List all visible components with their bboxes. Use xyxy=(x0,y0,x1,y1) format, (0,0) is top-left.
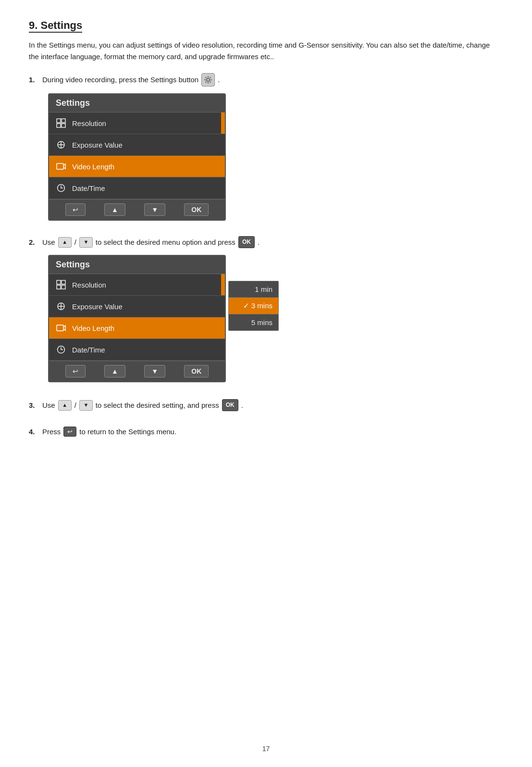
svg-rect-7 xyxy=(57,163,63,169)
step-3-text-before: Use xyxy=(42,400,55,411)
menu-item-resolution: Resolution xyxy=(49,113,225,134)
step-3: 3. Use ▲ / ▼ to select the desired setti… xyxy=(29,399,503,411)
svg-rect-11 xyxy=(57,285,61,289)
submenu-5mins: 5 mins xyxy=(229,314,278,330)
screen2-back-btn: ↩ xyxy=(65,365,86,377)
screen2-menu-video-length: Video Length xyxy=(49,317,225,339)
svg-rect-12 xyxy=(62,285,65,289)
step-2-number: 2. xyxy=(29,237,39,248)
step3-down-icon: ▼ xyxy=(79,400,93,411)
step-3-text-after: to select the desired setting, and press xyxy=(96,400,219,411)
screen2-down-btn: ▼ xyxy=(144,365,165,377)
step-4: 4. Press ↩ to return to the Settings men… xyxy=(29,427,503,437)
exposure-icon xyxy=(55,138,67,151)
step-1-text-after: . xyxy=(218,74,220,86)
step-4-number: 4. xyxy=(29,428,39,436)
video-length-icon xyxy=(55,160,67,173)
screen2-clock-icon xyxy=(55,343,67,356)
up-arrow-icon: ▲ xyxy=(58,237,72,248)
step-2-text-after: to select the desired menu option and pr… xyxy=(96,237,235,248)
down-arrow-icon: ▼ xyxy=(79,237,93,248)
step-1: 1. During video recording, press the Set… xyxy=(29,73,503,221)
svg-rect-2 xyxy=(57,119,61,123)
step-1-number: 1. xyxy=(29,74,39,86)
screen2-up-btn: ▲ xyxy=(104,365,125,377)
datetime-icon xyxy=(55,182,67,194)
screen2-menu-exposure: Exposure Value xyxy=(49,296,225,317)
step3-ok-icon: OK xyxy=(222,399,238,411)
screen2-bottom-bar: ↩ ▲ ▼ OK xyxy=(49,361,225,381)
screen2-menu-resolution: Resolution xyxy=(49,274,225,296)
submenu-3mins: ✓ 3 mins xyxy=(229,298,278,314)
svg-rect-14 xyxy=(57,325,63,331)
svg-rect-5 xyxy=(62,124,65,127)
submenu-panel: 1 min ✓ 3 mins 5 mins xyxy=(228,281,279,331)
svg-rect-10 xyxy=(62,280,65,284)
screen2-title: Settings xyxy=(49,256,225,274)
ok-button: OK xyxy=(184,203,209,216)
step-1-text-before: During video recording, press the Settin… xyxy=(42,74,198,86)
screen2-video-icon xyxy=(55,322,67,334)
step-2: 2. Use ▲ / ▼ to select the desired menu … xyxy=(29,236,503,384)
menu-item-datetime: Date/Time xyxy=(49,177,225,199)
screen1-bottom-bar: ↩ ▲ ▼ OK xyxy=(49,199,225,220)
page-title: 9. Settings xyxy=(29,19,82,33)
screen2-menu-datetime: Date/Time xyxy=(49,339,225,361)
settings-screen-2: Settings Resolution xyxy=(48,255,503,384)
page-number: 17 xyxy=(262,745,270,753)
step-3-text-end: . xyxy=(241,400,243,411)
back-button: ↩ xyxy=(65,203,86,216)
svg-rect-9 xyxy=(57,280,61,284)
svg-point-0 xyxy=(207,78,210,81)
step-2-text-before: Use xyxy=(42,237,55,248)
menu-item-video-length: Video Length xyxy=(49,156,225,177)
submenu-1min: 1 min xyxy=(229,281,278,298)
step3-up-icon: ▲ xyxy=(58,400,72,411)
resolution-icon xyxy=(55,117,67,129)
menu-item-exposure: Exposure Value xyxy=(49,134,225,156)
ok-inline-icon: OK xyxy=(238,236,255,248)
settings-screen-1: Settings Resolution xyxy=(48,93,503,221)
svg-rect-3 xyxy=(62,119,65,123)
screen2-ok-btn: OK xyxy=(184,365,209,377)
svg-rect-4 xyxy=(57,124,61,127)
screen2-exposure-icon xyxy=(55,300,67,313)
step-3-number: 3. xyxy=(29,400,39,411)
step4-back-icon: ↩ xyxy=(63,427,76,437)
down-button: ▼ xyxy=(144,203,165,216)
up-button: ▲ xyxy=(104,203,125,216)
screen2-resolution-icon xyxy=(55,278,67,291)
gear-icon xyxy=(201,73,215,87)
screen1-title: Settings xyxy=(49,94,225,113)
step-4-text-after: to return to the Settings menu. xyxy=(79,428,176,436)
step-4-text-before: Press xyxy=(42,428,61,436)
intro-text: In the Settings menu, you can adjust set… xyxy=(29,39,500,63)
svg-point-1 xyxy=(206,77,211,83)
